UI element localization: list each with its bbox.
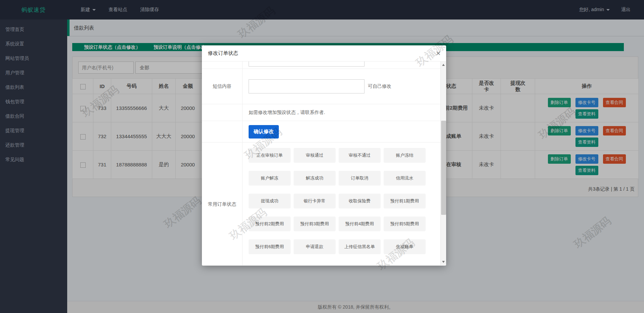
common-statuses-label: 常用订单状态: [202, 143, 243, 265]
order-status-button[interactable]: 审核通过: [294, 148, 336, 163]
order-status-button[interactable]: 账户冻结: [384, 148, 426, 163]
order-status-button[interactable]: 预付前4期费用: [339, 217, 381, 231]
partial-row-label: [202, 62, 243, 69]
modal-title: 修改订单状态: [208, 50, 238, 56]
scrollbar-thumb[interactable]: [441, 121, 446, 215]
modal-scrollbar[interactable]: [440, 62, 446, 265]
order-status-button[interactable]: 生成账单: [384, 239, 426, 254]
sms-content-row: 短信内容 可自己修改: [202, 69, 440, 104]
order-status-button[interactable]: 审核不通过: [339, 148, 381, 163]
order-status-button[interactable]: 上传征信黑名单: [339, 239, 381, 254]
partial-input[interactable]: [249, 62, 364, 67]
order-status-button[interactable]: 预付前2期费用: [249, 217, 291, 231]
close-icon[interactable]: ✕: [436, 50, 441, 56]
order-status-button[interactable]: 提现成功: [249, 194, 291, 208]
app-root: 蚂蚁速贷 新建 查看站点 清除缓存 您好, admin 退出 管理首页系统设置网…: [0, 0, 644, 313]
order-status-button[interactable]: 正在审核订单: [249, 148, 291, 163]
modify-order-status-modal: 修改订单状态 ✕ 短信内容 可自己修改 如需修改增加预设状态，请: [202, 45, 446, 266]
note-row: 如需修改增加预设状态，请联系作者.: [202, 104, 440, 121]
order-status-button[interactable]: 解冻成功: [294, 171, 336, 186]
order-status-button[interactable]: 预付前5期费用: [384, 217, 426, 231]
modal-body: 短信内容 可自己修改 如需修改增加预设状态，请联系作者. 确认修改: [202, 62, 446, 265]
order-status-button[interactable]: 预付前6期费用: [249, 239, 291, 254]
sms-content-label: 短信内容: [202, 69, 243, 104]
order-status-button[interactable]: 预付前3期费用: [294, 217, 336, 231]
modal-header: 修改订单状态 ✕: [202, 45, 446, 62]
order-status-button[interactable]: 账户解冻: [249, 171, 291, 186]
order-status-button[interactable]: 预付前1期费用: [384, 194, 426, 208]
confirm-row: 确认修改: [202, 121, 440, 143]
order-status-button[interactable]: 信用流水: [384, 171, 426, 186]
sms-content-input[interactable]: [249, 79, 364, 93]
contact-author-note: 如需修改增加预设状态，请联系作者.: [243, 104, 440, 121]
order-status-button[interactable]: 订单取消: [339, 171, 381, 186]
confirm-modify-button[interactable]: 确认修改: [249, 125, 279, 139]
order-status-button[interactable]: 收取保险费: [339, 194, 381, 208]
common-statuses-row: 常用订单状态 正在审核订单审核通过审核不通过账户冻结账户解冻解冻成功订单取消信用…: [202, 143, 440, 265]
sms-editable-hint: 可自己修改: [368, 83, 391, 89]
status-button-grid: 正在审核订单审核通过审核不通过账户冻结账户解冻解冻成功订单取消信用流水提现成功银…: [243, 143, 440, 265]
scrolled-partial-row: [202, 62, 440, 69]
order-status-button[interactable]: 申请退款: [294, 239, 336, 254]
scroll-down-icon[interactable]: [441, 259, 446, 265]
order-status-button[interactable]: 银行卡异常: [294, 194, 336, 208]
scroll-up-icon[interactable]: [441, 62, 446, 68]
